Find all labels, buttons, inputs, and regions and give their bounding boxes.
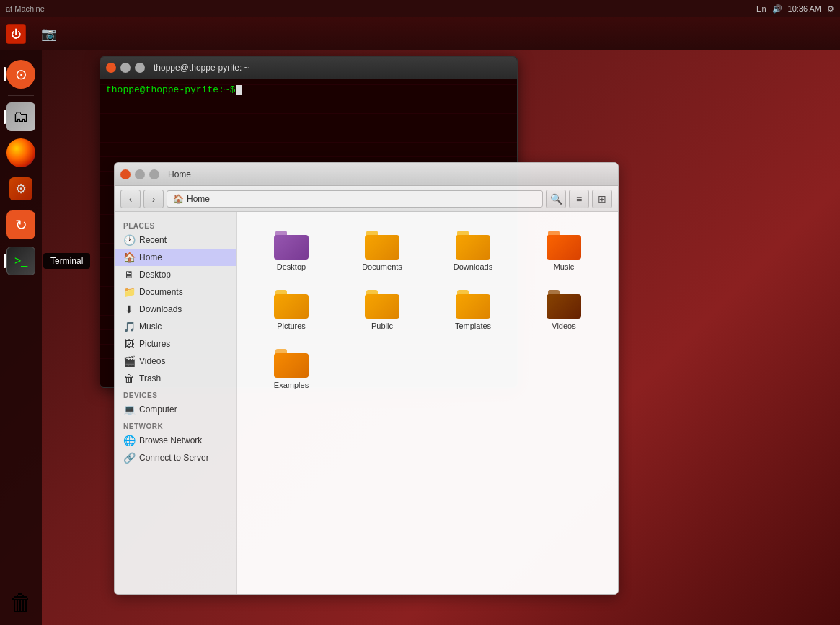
- dock: ⊙ 🗂 ⚙ ↻ >_ Terminal 🗑: [0, 50, 42, 625]
- folder-examples-label: Examples: [274, 381, 309, 389]
- settings-icon[interactable]: ⚙: [827, 4, 834, 14]
- folder-pictures-label: Pictures: [277, 322, 306, 330]
- sidebar-item-home[interactable]: 🏠 Home: [115, 249, 236, 266]
- screenshot-button[interactable]: 📷: [37, 22, 61, 45]
- fm-content: Places 🕐 Recent 🏠 Home 🖥 Desktop 📁 Docum…: [115, 212, 618, 594]
- terminal-prompt-line: thoppe@thoppe-pyrite:~$: [106, 84, 511, 95]
- sidebar-computer-label: Computer: [139, 404, 177, 415]
- dock-item-trash[interactable]: 🗑: [4, 586, 37, 619]
- sidebar-documents-label: Documents: [139, 287, 183, 297]
- folder-templates-label: Templates: [455, 322, 491, 330]
- fm-minimize-button[interactable]: [135, 169, 145, 179]
- dock-item-firefox[interactable]: [4, 136, 37, 169]
- fm-view-grid-button[interactable]: ⊞: [592, 190, 612, 208]
- sidebar-item-music[interactable]: 🎵 Music: [115, 318, 236, 335]
- folder-pictures[interactable]: Pictures: [249, 283, 334, 336]
- fm-back-button[interactable]: ‹: [120, 190, 141, 208]
- lang-indicator: En: [756, 4, 766, 13]
- terminal-prompt-text: thoppe@thoppe-pyrite:~$: [106, 84, 235, 95]
- sidebar-item-trash[interactable]: 🗑 Trash: [115, 370, 236, 387]
- terminal-titlebar: thoppe@thoppe-pyrite: ~: [100, 57, 517, 79]
- folder-videos-icon: [547, 288, 581, 319]
- sidebar-item-documents[interactable]: 📁 Documents: [115, 283, 236, 301]
- sidebar-browse-network-label: Browse Network: [139, 435, 202, 446]
- desktop: thoppe@thoppe-pyrite: ~ thoppe@thoppe-py…: [42, 50, 840, 625]
- folder-music-label: Music: [554, 262, 575, 271]
- fm-view-list-button[interactable]: ≡: [569, 190, 589, 208]
- music-icon: 🎵: [123, 321, 135, 332]
- folder-videos[interactable]: Videos: [521, 283, 606, 336]
- firefox-icon: [6, 138, 35, 167]
- folder-public[interactable]: Public: [340, 283, 425, 336]
- folder-documents-icon: [365, 229, 399, 260]
- fm-search-button[interactable]: 🔍: [546, 190, 566, 208]
- computer-icon: 💻: [123, 404, 135, 415]
- power-button[interactable]: ⏻: [6, 24, 26, 44]
- videos-icon: 🎬: [123, 355, 135, 367]
- fm-location-bar[interactable]: 🏠 Home: [167, 190, 543, 208]
- fm-titlebar: Home: [115, 163, 618, 186]
- taskbar: ⏻ 📷: [0, 17, 840, 50]
- folder-music[interactable]: Music: [521, 223, 606, 277]
- fm-main-area: Desktop Documents Downloads: [237, 212, 618, 594]
- terminal-close-button[interactable]: [106, 63, 116, 73]
- pictures-icon: 🖼: [123, 338, 135, 350]
- sidebar-item-videos[interactable]: 🎬 Videos: [115, 353, 236, 370]
- ubuntu-icon: ⊙: [6, 60, 35, 89]
- volume-icon: 🔊: [772, 4, 782, 14]
- folder-documents[interactable]: Documents: [340, 223, 425, 277]
- fm-toolbar: ‹ › 🏠 Home 🔍 ≡ ⊞: [115, 186, 618, 212]
- fm-sidebar: Places 🕐 Recent 🏠 Home 🖥 Desktop 📁 Docum…: [115, 212, 237, 594]
- folder-downloads-label: Downloads: [454, 262, 492, 271]
- dock-item-settings[interactable]: ⚙: [4, 172, 37, 205]
- terminal-cursor: [236, 85, 242, 95]
- folder-examples[interactable]: Examples: [249, 342, 334, 395]
- terminal-icon: >_: [6, 247, 35, 275]
- folder-desktop[interactable]: Desktop: [249, 223, 334, 277]
- dock-item-filemanager[interactable]: 🗂: [4, 100, 37, 133]
- update-icon: ↻: [6, 210, 35, 239]
- sidebar-home-label: Home: [139, 252, 162, 262]
- sidebar-item-browse-network[interactable]: 🌐 Browse Network: [115, 432, 236, 449]
- terminal-tooltip: Terminal: [43, 253, 90, 269]
- folder-public-icon: [365, 288, 399, 319]
- vm-topbar: at Machine En 🔊 10:36 AM ⚙: [0, 0, 840, 17]
- sidebar-videos-label: Videos: [139, 356, 165, 366]
- fm-maximize-button[interactable]: [149, 169, 159, 179]
- sidebar-recent-label: Recent: [139, 235, 167, 245]
- folder-documents-label: Documents: [362, 262, 402, 271]
- fm-title: Home: [168, 169, 191, 179]
- home-icon: 🏠: [123, 252, 135, 263]
- dock-item-updates[interactable]: ↻: [4, 208, 37, 241]
- sidebar-item-connect-server[interactable]: 🔗 Connect to Server: [115, 449, 236, 466]
- folder-downloads[interactable]: Downloads: [430, 223, 516, 277]
- folder-downloads-icon: [456, 229, 490, 260]
- folder-templates[interactable]: Templates: [430, 283, 516, 336]
- dock-item-ubuntu[interactable]: ⊙: [4, 58, 37, 91]
- sidebar-item-downloads[interactable]: ⬇ Downloads: [115, 301, 236, 318]
- sidebar-item-pictures[interactable]: 🖼 Pictures: [115, 335, 236, 353]
- sidebar-item-recent[interactable]: 🕐 Recent: [115, 231, 236, 249]
- terminal-maximize-button[interactable]: [135, 63, 145, 73]
- terminal-minimize-button[interactable]: [120, 63, 131, 73]
- fm-location-text: Home: [187, 194, 210, 204]
- filemanager-icon: 🗂: [6, 102, 35, 131]
- sidebar-pictures-label: Pictures: [139, 339, 170, 349]
- fm-forward-button[interactable]: ›: [143, 190, 164, 208]
- folder-examples-icon: [274, 347, 309, 378]
- sidebar-item-desktop[interactable]: 🖥 Desktop: [115, 266, 236, 283]
- filemanager-window: Home ‹ › 🏠 Home 🔍 ≡ ⊞ Places 🕐 Re: [114, 162, 619, 595]
- folder-public-label: Public: [371, 322, 393, 330]
- dock-item-terminal[interactable]: >_ Terminal: [4, 244, 37, 278]
- fm-toolbar-right: 🔍 ≡ ⊞: [546, 190, 612, 208]
- sidebar-music-label: Music: [139, 322, 162, 332]
- trash-icon: 🗑: [9, 590, 32, 616]
- folder-pictures-icon: [274, 288, 309, 319]
- folder-templates-icon: [456, 288, 490, 319]
- gear-icon: ⚙: [9, 177, 32, 200]
- sidebar-item-computer[interactable]: 💻 Computer: [115, 401, 236, 418]
- fm-close-button[interactable]: [120, 169, 131, 179]
- terminal-title: thoppe@thoppe-pyrite: ~: [154, 63, 249, 73]
- dock-separator-1: [8, 95, 34, 96]
- folder-desktop-icon: [274, 229, 309, 260]
